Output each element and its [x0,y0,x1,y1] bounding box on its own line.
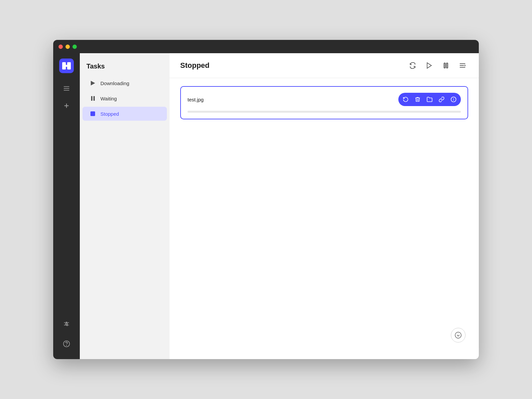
task-filename: test.jpg [188,97,203,102]
pause-all-button[interactable] [440,60,452,71]
app-logo [59,59,74,73]
close-button[interactable] [59,45,63,49]
table-row: test.jpg [180,86,468,119]
task-copy-link-button[interactable] [436,94,447,105]
traffic-lights [59,45,77,49]
logo-icon [62,62,71,69]
page-title: Stopped [180,61,209,70]
svg-point-26 [455,332,461,338]
svg-point-16 [66,345,67,345]
list-menu-icon [459,62,466,69]
task-open-folder-button[interactable] [424,94,435,105]
info-icon [451,96,457,102]
play-all-icon [426,62,433,69]
delete-icon [415,96,421,102]
scroll-bottom-button[interactable] [451,328,466,342]
sidebar-item-downloading[interactable]: Downloading [82,76,167,90]
settings-icon [63,320,70,328]
minimize-button[interactable] [66,45,70,49]
svg-rect-2 [64,65,69,67]
nav-panel: Tasks Downloading Wa [80,53,170,359]
settings-icon-button[interactable] [59,317,74,331]
task-list: test.jpg [170,78,479,359]
sidebar-item-stopped[interactable]: Stopped [82,107,167,121]
menu-icon-button[interactable] [59,81,74,96]
resume-all-button[interactable] [424,60,435,71]
add-icon-button[interactable] [59,98,74,113]
menu-icon [63,85,70,92]
link-icon [439,96,445,102]
task-action-bar [398,93,461,106]
refresh-icon [409,62,416,69]
stop-icon [89,110,96,117]
pause-icon [89,95,96,102]
nav-header-title: Tasks [80,53,170,75]
header-actions [407,60,468,71]
maximize-button[interactable] [72,45,77,49]
main-content: Stopped [170,53,479,359]
folder-icon [427,96,433,102]
help-icon [63,340,70,347]
task-restart-button[interactable] [400,94,411,105]
sidebar-item-waiting[interactable]: Waiting [82,91,167,105]
task-card-header: test.jpg [188,93,461,106]
pause-all-icon [442,62,450,69]
sidebar-dark [53,53,80,359]
svg-rect-19 [447,63,448,68]
main-header: Stopped [170,53,479,78]
task-delete-button[interactable] [412,94,423,105]
titlebar [53,40,479,53]
help-icon-button[interactable] [59,336,74,351]
progress-bar [188,111,461,113]
play-icon [89,79,96,87]
list-menu-button[interactable] [457,60,468,71]
svg-marker-17 [427,63,432,68]
restart-icon [403,96,409,102]
svg-rect-18 [444,63,446,68]
add-icon [63,102,70,109]
svg-point-14 [66,325,68,326]
scroll-bottom-icon [455,332,462,339]
task-info-button[interactable] [448,94,459,105]
refresh-button[interactable] [407,60,418,71]
